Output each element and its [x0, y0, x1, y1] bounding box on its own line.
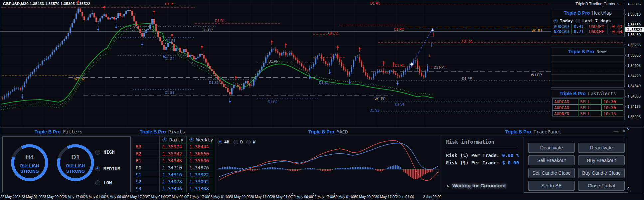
- axis-tick: [625, 96, 626, 97]
- time-tick: [334, 193, 335, 194]
- candlestick: [105, 13, 107, 18]
- candlestick: [12, 89, 13, 92]
- news-empty-row: [551, 75, 624, 81]
- candlestick: [277, 49, 278, 54]
- lastalerts-title: Triple B ProLastAlerts: [551, 90, 624, 98]
- price-tick-label: 1.34905: [627, 64, 641, 68]
- candlestick: [179, 46, 181, 54]
- time-tick: [292, 193, 293, 194]
- time-tick-label: 22 May 2025: [0, 195, 21, 199]
- candlestick: [365, 69, 366, 77]
- time-tick-label: 29 May 01:00: [271, 195, 292, 199]
- candlestick: [345, 67, 346, 72]
- candlestick: [193, 54, 195, 61]
- candlestick: [44, 58, 45, 62]
- panel-brand: Triple B Pro: [564, 10, 590, 16]
- candlestick: [143, 32, 145, 37]
- radio-icon: [575, 19, 580, 23]
- candlestick: [291, 51, 292, 56]
- candlestick: [263, 61, 264, 67]
- svg-text:D1 S1: D1 S1: [395, 102, 404, 106]
- svg-text:D1 PP: D1 PP: [268, 59, 278, 63]
- candlestick: [231, 88, 233, 95]
- heatmap-radio-last7days[interactable]: Last 7 days: [575, 18, 611, 23]
- news-empty-row: [551, 62, 624, 68]
- candlestick: [293, 53, 294, 59]
- candlestick: [185, 48, 187, 54]
- candlestick: [66, 36, 67, 40]
- price-chart-canvas[interactable]: D1 R1D1 R1D1 R2D1 R2D1 R3D1 R2D1 R1D1 R1…: [0, 0, 625, 127]
- candlestick: [78, 7, 79, 14]
- heatmap-panel: Triple B ProHeatMapTodayLast 7 daysAUDCA…: [551, 9, 625, 37]
- candlestick: [32, 71, 33, 75]
- time-tick: [251, 193, 251, 194]
- candlestick: [161, 40, 163, 46]
- alert-symbol: AUDNZD: [552, 110, 578, 116]
- buy-signal-arrow-icon: [336, 45, 339, 50]
- alert-time: 10:15: [601, 110, 623, 116]
- candlestick: [125, 8, 127, 15]
- candlestick: [399, 75, 400, 78]
- candlestick: [81, 10, 83, 19]
- candlestick: [36, 66, 37, 71]
- axis-tick: [625, 76, 626, 76]
- candlestick: [427, 64, 428, 72]
- price-tick-label: 1.35630: [627, 23, 641, 27]
- candlestick: [283, 50, 284, 55]
- heatmap-radio-today[interactable]: Today: [553, 18, 573, 23]
- time-tick: [84, 193, 85, 194]
- alert-action: SELL: [578, 99, 601, 104]
- candlestick: [52, 50, 53, 56]
- candlestick: [155, 22, 157, 32]
- time-tick: [313, 193, 314, 194]
- svg-text:W1 PP: W1 PP: [531, 73, 542, 77]
- candlestick: [93, 12, 95, 18]
- time-tick: [376, 193, 376, 194]
- panel-name: News: [596, 49, 608, 54]
- candlestick: [275, 47, 276, 53]
- candlestick: [205, 57, 207, 64]
- candlestick: [103, 13, 105, 17]
- price-tick-label: 1.35265: [627, 43, 641, 47]
- svg-text:D1 S1: D1 S1: [166, 39, 175, 43]
- candlestick: [301, 62, 302, 67]
- watermark-trading-center: TripleB Trading Center ☺: [575, 1, 621, 6]
- candlestick: [201, 52, 203, 56]
- alert-action: SELL: [578, 104, 601, 110]
- time-tick-label: 27 May 01:00: [146, 195, 167, 199]
- time-tick-label: 2 Jun 09:00: [423, 195, 441, 199]
- candlestick: [173, 44, 175, 52]
- candlestick: [261, 65, 262, 71]
- candlestick: [95, 16, 97, 23]
- time-tick: [355, 193, 355, 194]
- svg-text:W1 PP: W1 PP: [375, 97, 386, 101]
- svg-text:D1 R2: D1 R2: [394, 27, 404, 31]
- candlestick: [203, 53, 205, 61]
- svg-text:D1 S2: D1 S2: [165, 57, 174, 61]
- axis-tick: [625, 66, 626, 66]
- svg-text:W1 R1: W1 R1: [532, 29, 542, 33]
- candlestick: [393, 69, 394, 74]
- candlestick: [64, 38, 65, 43]
- candlestick: [127, 8, 129, 13]
- axis-tick: [625, 14, 626, 15]
- candlestick: [183, 49, 185, 53]
- trading-terminal-window: D1 R1D1 R1D1 R2D1 R2D1 R3D1 R2D1 R1D1 R1…: [0, 0, 644, 200]
- time-tick: [64, 193, 64, 194]
- candlestick: [225, 86, 227, 90]
- panel-brand: Triple B Pro: [568, 49, 594, 54]
- candlestick: [309, 66, 310, 72]
- alert-action: SELL: [578, 110, 601, 116]
- heatmap-grid: AUDCAD0.41USDJPY-0.63NZDCAD0.71USDCHF-0.…: [551, 24, 624, 34]
- candlestick: [331, 57, 332, 66]
- candlestick: [24, 81, 25, 88]
- heatmap-period-radios: TodayLast 7 days: [551, 17, 624, 24]
- candlestick: [89, 13, 91, 18]
- time-tick: [188, 193, 189, 194]
- price-tick-label: 1.34540: [627, 84, 641, 88]
- time-tick: [43, 193, 43, 194]
- candlestick: [80, 7, 81, 13]
- pivot-line: D1 S3: [132, 90, 195, 95]
- candlestick: [199, 53, 201, 59]
- news-empty-row: [551, 81, 624, 87]
